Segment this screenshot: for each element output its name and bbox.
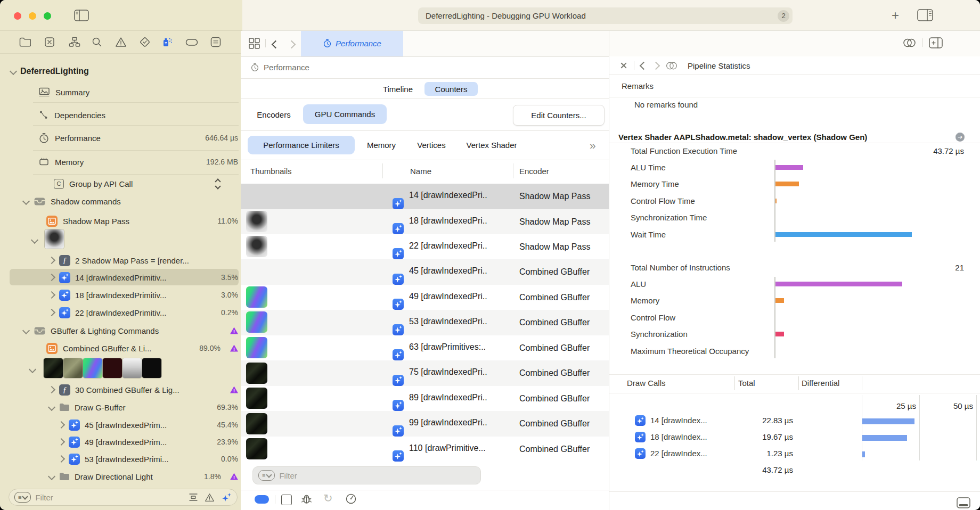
segment-encoders[interactable]: Encoders	[251, 105, 296, 124]
test-diamond-icon[interactable]	[138, 35, 152, 49]
capsule-toggle-icon[interactable]	[255, 495, 269, 504]
add-tab-icon[interactable]: +	[888, 9, 902, 23]
draw-call-row-14[interactable]: 14 [drawIndex... 22.83 µs	[609, 414, 980, 429]
warning-filter-icon[interactable]	[205, 493, 215, 502]
jump-arrow-icon[interactable]: ➔	[956, 133, 965, 142]
sidebar-item-memory[interactable]: Memory 192.6 MB	[0, 153, 238, 170]
sidebar-item-draw-gbuffer-group[interactable]: Draw G-Buffer 69.3%	[0, 399, 238, 416]
forward-chevron-icon[interactable]	[652, 61, 660, 70]
navigator-filter-input[interactable]: Filter	[35, 493, 53, 502]
shadow-map-thumbnail[interactable]	[45, 229, 64, 249]
warning-icon[interactable]	[114, 35, 128, 49]
sidebar-toggle-icon[interactable]	[74, 10, 89, 21]
back-chevron-icon[interactable]	[273, 40, 279, 50]
tab-vertices[interactable]: Vertices	[411, 136, 452, 154]
sidebar-item-draw-14[interactable]: 14 [drawIndexedPrimitiv... 3.5%	[0, 269, 238, 286]
chevron-right-icon[interactable]	[58, 455, 65, 463]
folder-icon[interactable]	[18, 35, 32, 49]
table-row-99[interactable]: 99 [drawIndexedPri.. Combined GBuffer	[241, 411, 609, 437]
tab-memory[interactable]: Memory	[363, 136, 400, 154]
gbuffer-thumbnail-specular[interactable]	[63, 358, 83, 378]
sidebar-item-render-encoder[interactable]: ƒ 2 Shadow Map Pass = [render...	[0, 252, 238, 269]
gbuffer-thumbnail-emissive[interactable]	[103, 358, 122, 378]
table-row-89[interactable]: 89 [drawIndexedPri.. Combined GBuffer	[241, 386, 609, 411]
draw-call-row-22[interactable]: 22 [drawIndex... 1.23 µs	[609, 447, 980, 462]
close-icon[interactable]	[620, 62, 627, 69]
gbuffer-thumbnail-albedo[interactable]	[44, 358, 63, 378]
sidebar-item-draw-53[interactable]: 53 [drawIndexedPrimi... 0.0%	[0, 450, 238, 467]
table-row-49[interactable]: 49 [drawIndexedPri.. Combined GBuffer	[241, 285, 609, 310]
sidebar-item-combined-encoder[interactable]: ƒ 30 Combined GBuffer & Lig...	[0, 381, 238, 398]
capsule-icon[interactable]	[185, 35, 199, 49]
table-row-75[interactable]: 75 [drawIndexedPri.. Combined GBuffer	[241, 360, 609, 386]
chevron-right-icon[interactable]	[48, 274, 55, 281]
attachment-disclosure[interactable]	[32, 230, 37, 245]
attachment-disclosure[interactable]	[30, 359, 35, 374]
table-row-14[interactable]: 14 [drawIndexedPri.. Shadow Map Pass	[241, 184, 609, 209]
column-divider[interactable]	[513, 163, 513, 178]
chevron-right-icon[interactable]	[58, 438, 65, 446]
gbuffer-thumbnail-depth[interactable]	[123, 358, 142, 378]
back-chevron-icon[interactable]	[640, 61, 648, 70]
sidebar-item-combined-gbuffer[interactable]: Combined GBuffer & Li... 89.0%	[0, 340, 238, 357]
column-divider[interactable]	[382, 163, 383, 178]
right-panel-toggle-icon[interactable]	[917, 9, 933, 21]
table-row-53[interactable]: 53 [drawIndexedPri.. Combined GBuffer	[241, 310, 609, 335]
sidebar-item-draw-45[interactable]: 45 [drawIndexedPrim... 45.4%	[0, 416, 238, 433]
chevron-right-icon[interactable]	[58, 421, 65, 429]
flatten-icon[interactable]	[189, 493, 198, 501]
gbuffer-thumbnail-normals[interactable]	[83, 358, 102, 378]
filter-menu-icon[interactable]: ≡	[258, 470, 275, 481]
grid-icon[interactable]	[248, 37, 261, 50]
segment-timeline[interactable]: Timeline	[374, 82, 422, 96]
more-tabs-icon[interactable]: »	[590, 139, 596, 152]
edit-counters-button[interactable]: Edit Counters...	[513, 105, 605, 126]
table-row-18[interactable]: 18 [drawIndexedPri.. Shadow Map Pass	[241, 209, 609, 234]
stepper-icons[interactable]	[216, 179, 220, 188]
search-icon[interactable]	[90, 35, 104, 49]
chevron-right-icon[interactable]	[48, 257, 55, 264]
hierarchy-icon[interactable]	[68, 35, 81, 49]
tab-vertex-shader[interactable]: Vertex Shader	[462, 136, 521, 154]
add-editor-icon[interactable]	[929, 37, 943, 48]
sidebar-item-shadow-commands[interactable]: Shadow commands	[0, 193, 238, 210]
sparkles-filter-icon[interactable]	[221, 492, 232, 503]
column-header-encoder[interactable]: Encoder	[519, 167, 549, 176]
total-header[interactable]: Total	[738, 379, 755, 388]
sidebar-item-draw-22[interactable]: 22 [drawIndexedPrimitiv... 0.2%	[0, 304, 238, 321]
column-header-thumbnails[interactable]: Thumbnails	[250, 167, 292, 176]
sidebar-item-summary[interactable]: Summary	[0, 84, 238, 101]
square-icon[interactable]	[281, 495, 292, 505]
table-row-45[interactable]: 45 [drawIndexedPri.. Combined GBuffer	[241, 259, 609, 285]
commands-filter-input[interactable]: Filter	[279, 471, 297, 480]
chevron-right-icon[interactable]	[48, 309, 55, 316]
venn-icon[interactable]	[902, 38, 917, 48]
tab-performance[interactable]: Performance	[301, 30, 403, 56]
sidebar-item-gbuffer-commands[interactable]: GBuffer & Lighting Commands	[0, 322, 238, 339]
zoom-traffic-light[interactable]	[44, 12, 51, 20]
differential-header[interactable]: Differential	[802, 379, 839, 388]
sidebar-item-group-by-api-call[interactable]: C Group by API Call	[0, 175, 238, 192]
sidebar-item-shadow-map-pass[interactable]: Shadow Map Pass 11.0%	[0, 212, 238, 229]
list-box-icon[interactable]	[209, 35, 223, 49]
minimize-traffic-light[interactable]	[29, 12, 36, 20]
chevron-right-icon[interactable]	[48, 291, 55, 299]
sidebar-item-draw-directional-light[interactable]: Draw Directional Light 1.8%	[0, 468, 238, 485]
symbols-viewfinder-icon[interactable]	[43, 35, 56, 49]
table-row-22[interactable]: 22 [drawIndexedPri.. Shadow Map Pass	[241, 234, 609, 259]
bug-icon[interactable]	[300, 493, 313, 505]
window-title-pill[interactable]: DeferredLighting - Debugging GPU Workloa…	[418, 7, 793, 24]
forward-chevron-icon[interactable]	[289, 40, 295, 50]
segment-gpu-commands[interactable]: GPU Commands	[303, 104, 387, 124]
chevron-right-icon[interactable]	[48, 386, 55, 393]
gbuffer-thumbnail-stencil[interactable]	[142, 358, 161, 378]
column-header-name[interactable]: Name	[410, 167, 431, 176]
close-traffic-light[interactable]	[14, 12, 21, 20]
filter-menu-icon[interactable]: ≡	[14, 492, 31, 503]
draw-call-row-18[interactable]: 18 [drawIndex... 19.67 µs	[609, 431, 980, 446]
gauge-icon[interactable]	[345, 493, 357, 505]
sidebar-item-dependencies[interactable]: Dependencies	[0, 106, 238, 124]
sidebar-item-draw-49[interactable]: 49 [drawIndexedPrim... 23.9%	[0, 433, 238, 450]
sidebar-item-root[interactable]: DeferredLighting	[0, 63, 238, 80]
gpu-capture-icon[interactable]	[160, 35, 174, 49]
